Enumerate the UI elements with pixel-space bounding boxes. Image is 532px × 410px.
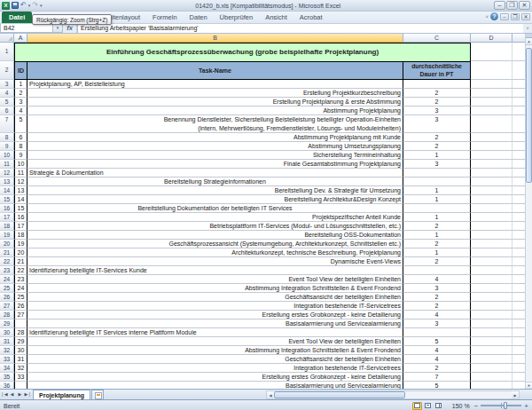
- cell-duration[interactable]: 2: [403, 98, 471, 106]
- row-number[interactable]: 14: [0, 186, 14, 195]
- cell-duration[interactable]: [403, 266, 471, 275]
- cell-task[interactable]: Bereitstellung Strategieinformationen: [27, 177, 403, 186]
- last-sheet-icon[interactable]: ▶❘: [24, 390, 32, 399]
- cell-duration[interactable]: [403, 177, 471, 186]
- vertical-scrollbar[interactable]: ▲ ▼: [525, 34, 532, 389]
- first-sheet-icon[interactable]: ❘◀: [0, 390, 8, 399]
- cell-id[interactable]: 9: [14, 151, 27, 160]
- cell-duration[interactable]: 7: [403, 373, 471, 382]
- cell-id[interactable]: 11: [14, 169, 27, 177]
- cell[interactable]: [471, 319, 512, 328]
- close-button[interactable]: ✕: [519, 1, 530, 10]
- cell-id[interactable]: 4: [14, 106, 27, 115]
- undo-button[interactable]: ↶: [20, 2, 27, 9]
- cell-duration[interactable]: [403, 204, 471, 213]
- cell[interactable]: [471, 257, 512, 266]
- cell-duration[interactable]: 5: [403, 337, 471, 346]
- row-number[interactable]: 30: [0, 328, 14, 337]
- cell-task[interactable]: Bereitstellung OSS-Dokumentation: [27, 231, 403, 240]
- cell-id[interactable]: 12: [14, 177, 27, 186]
- cell-id[interactable]: 3: [14, 98, 27, 106]
- cell-duration[interactable]: 3: [403, 160, 471, 169]
- tab-formeln[interactable]: Formeln: [146, 12, 184, 23]
- cell[interactable]: [512, 43, 525, 61]
- zoom-slider-thumb[interactable]: [504, 402, 507, 409]
- row-number[interactable]: 15: [0, 195, 14, 204]
- cell[interactable]: [471, 302, 512, 311]
- insert-function-icon[interactable]: fx: [63, 24, 77, 33]
- collapse-ribbon-icon[interactable]: ˅: [485, 14, 489, 20]
- cell-task[interactable]: Identifizierung beteiligte IT Services i…: [27, 328, 403, 337]
- cell[interactable]: [512, 302, 525, 311]
- row-number[interactable]: 22: [0, 257, 14, 266]
- row-number[interactable]: 3: [0, 80, 14, 89]
- tab-acrobat[interactable]: Acrobat: [293, 12, 329, 23]
- cell-task[interactable]: Abstimmung Projektplanung: [27, 106, 403, 115]
- column-header-e[interactable]: [512, 34, 525, 43]
- cell[interactable]: [512, 151, 525, 160]
- row-number[interactable]: 13: [0, 177, 14, 186]
- cell-id[interactable]: [14, 319, 27, 328]
- cell-task[interactable]: Identifizierung beteiligte IT-Services K…: [27, 266, 403, 275]
- cell[interactable]: [512, 284, 525, 293]
- cell-duration[interactable]: 1: [403, 248, 471, 257]
- cell-id[interactable]: 13: [14, 186, 27, 195]
- cell[interactable]: [512, 275, 525, 284]
- cell-duration[interactable]: [403, 328, 471, 337]
- header-cell-task[interactable]: Task-Name: [27, 61, 403, 80]
- sheet-tab-projektplanung[interactable]: Projektplanung: [33, 390, 90, 399]
- tab-ansicht[interactable]: Ansicht: [259, 12, 293, 23]
- cell[interactable]: [471, 213, 512, 222]
- cell-id[interactable]: 24: [14, 284, 27, 293]
- name-box[interactable]: B42: [0, 24, 53, 33]
- row-number[interactable]: 6: [0, 106, 14, 115]
- cell[interactable]: [512, 142, 525, 151]
- cell[interactable]: [471, 346, 512, 355]
- cell[interactable]: [471, 364, 512, 373]
- scroll-up-icon[interactable]: ▲: [526, 38, 532, 45]
- row-number[interactable]: 2: [0, 61, 14, 80]
- cell-id[interactable]: 33: [14, 373, 27, 382]
- cell-task[interactable]: Abstimmung Integration Schnittstellen & …: [27, 284, 403, 293]
- title-banner-cell[interactable]: Einführung Geschäftsprozessüberwachung (…: [14, 43, 471, 61]
- cell-duration[interactable]: 2: [403, 142, 471, 151]
- cell-task[interactable]: Geschäftsprozessansicht (Systemumgebung,…: [27, 240, 403, 248]
- cell-task[interactable]: Betriebsplattform IT-Services (Modul- un…: [27, 222, 403, 231]
- cell[interactable]: [471, 328, 512, 337]
- cell-task[interactable]: Bereitstellung Architektur&Design Konzep…: [27, 195, 403, 204]
- cell[interactable]: [471, 80, 512, 89]
- cell-id[interactable]: 27: [14, 311, 27, 319]
- cell-id[interactable]: 23: [14, 275, 27, 284]
- cell[interactable]: [471, 61, 512, 80]
- insert-worksheet-icon[interactable]: [91, 390, 104, 399]
- cell-task[interactable]: Basisalarmierung und Servicealarmierung: [27, 319, 403, 328]
- undo-dropdown-icon[interactable]: ▾: [28, 3, 31, 8]
- cell[interactable]: [512, 346, 525, 355]
- cell-id[interactable]: 32: [14, 364, 27, 373]
- cell-task[interactable]: Architekturkonzept, technische Beschreib…: [27, 248, 403, 257]
- row-number[interactable]: 17: [0, 213, 14, 222]
- row-number[interactable]: 16: [0, 204, 14, 213]
- row-number[interactable]: 1: [0, 43, 14, 61]
- redo-button[interactable]: ↷: [32, 2, 38, 9]
- cell-id[interactable]: 2: [14, 89, 27, 98]
- cell-task[interactable]: Abstimmung Projektplanung mit Kunde: [27, 133, 403, 142]
- cell[interactable]: [512, 169, 525, 177]
- zoom-level[interactable]: 150 %: [452, 403, 470, 409]
- cell-task[interactable]: Projektspezifischer Anteil Kunde: [27, 213, 403, 222]
- cell-id[interactable]: 10: [14, 160, 27, 169]
- cell[interactable]: [512, 80, 525, 89]
- cell-task[interactable]: Bereitstellung Dokumentation der beteili…: [27, 204, 403, 213]
- row-number[interactable]: 23: [0, 266, 14, 275]
- row-number[interactable]: 19: [0, 231, 14, 240]
- minimize-button[interactable]: –: [494, 1, 505, 10]
- cell-id[interactable]: 31: [14, 355, 27, 364]
- cell[interactable]: [512, 248, 525, 257]
- cell[interactable]: [512, 213, 525, 222]
- cell-duration[interactable]: 2: [403, 302, 471, 311]
- header-cell-id[interactable]: ID: [14, 61, 27, 80]
- cell[interactable]: [471, 169, 512, 177]
- row-number[interactable]: 9: [0, 142, 14, 151]
- formula-input[interactable]: Erstellung Arbeitspapier 'Basisalarmieru…: [77, 24, 523, 33]
- row-number[interactable]: 11: [0, 160, 14, 169]
